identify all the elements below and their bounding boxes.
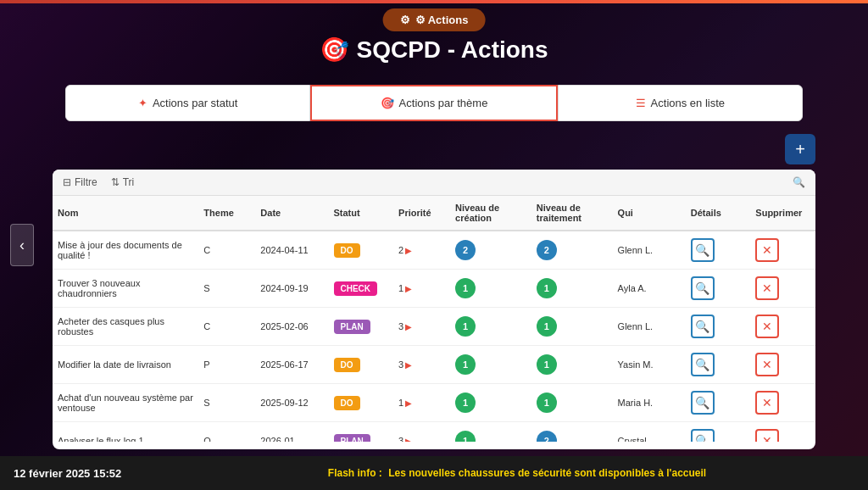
status-badge: PLAN: [334, 320, 370, 334]
cell-details: 🔍: [686, 422, 751, 443]
nav-buttons: ✦ Actions par statut 🎯 Actions par thème…: [65, 85, 803, 121]
nav-btn-liste[interactable]: ☰ Actions en liste: [558, 85, 803, 121]
priority-arrow: ▶: [405, 437, 412, 443]
cell-qui: Crystal: [613, 422, 686, 443]
cell-theme: P: [198, 346, 255, 384]
cell-priorite: 1▶: [393, 270, 450, 308]
delete-button[interactable]: ✕: [755, 353, 779, 376]
cell-niveau-creation: 1: [450, 384, 531, 422]
niveau-traitement-circle: 1: [537, 316, 557, 337]
cell-priorite: 3▶: [393, 346, 450, 384]
priority-arrow: ▶: [405, 246, 412, 255]
col-niveau-creation: Niveau decréation: [450, 196, 531, 231]
priority-arrow: ▶: [405, 398, 412, 408]
left-nav-arrow[interactable]: ‹: [10, 224, 34, 266]
cell-supprimer: ✕: [750, 384, 815, 422]
cell-statut: DO: [329, 346, 394, 384]
cell-qui: Glenn L.: [613, 308, 686, 346]
cell-supprimer: ✕: [750, 308, 815, 346]
status-badge: CHECK: [334, 281, 378, 296]
cell-statut: CHECK: [329, 270, 394, 308]
col-priorite: Priorité: [393, 196, 450, 231]
cell-priorite: 3▶: [393, 308, 450, 346]
cell-nom: Trouver 3 nouveaux chaudronniers: [53, 270, 198, 308]
nav-btn-theme-label: Actions par thème: [399, 97, 488, 109]
filter-button[interactable]: ⊟ Filtre: [63, 176, 97, 188]
cell-niveau-creation: 1: [450, 308, 531, 346]
cell-details: 🔍: [686, 308, 751, 346]
theme-icon: 🎯: [381, 97, 394, 109]
title-text: SQCPD - Actions: [356, 36, 548, 64]
top-bar: [0, 0, 868, 3]
cell-theme: S: [198, 270, 255, 308]
priority-value: 3▶: [398, 359, 445, 370]
col-supprimer: Supprimer: [750, 196, 815, 231]
actions-pill-label: ⚙ Actions: [415, 14, 469, 26]
flash-message: Les nouvelles chaussures de sécurité son…: [388, 467, 706, 479]
cell-nom: Analyser le flux log 1: [53, 422, 198, 443]
sort-icon: ⇅: [111, 176, 120, 188]
search-button[interactable]: 🔍: [793, 176, 805, 188]
cell-priorite: 1▶: [393, 384, 450, 422]
detail-button[interactable]: 🔍: [691, 276, 715, 300]
cell-priorite: 2▶: [393, 231, 450, 270]
table-container: ⊟ Filtre ⇅ Tri 🔍 Nom Theme Date Statut P…: [53, 170, 815, 449]
col-statut: Statut: [329, 196, 394, 231]
cell-niveau-traitement: 1: [531, 384, 613, 422]
col-niveau-traitement: Niveau detraitement: [531, 196, 613, 231]
cell-niveau-creation: 1: [450, 422, 531, 443]
filter-bar-left: ⊟ Filtre ⇅ Tri: [63, 176, 134, 188]
cell-details: 🔍: [686, 384, 751, 422]
cell-supprimer: ✕: [750, 422, 815, 443]
detail-button[interactable]: 🔍: [691, 315, 715, 338]
cell-theme: Q: [198, 422, 255, 443]
nav-btn-statut[interactable]: ✦ Actions par statut: [65, 85, 310, 121]
detail-button[interactable]: 🔍: [691, 238, 715, 262]
niveau-creation-circle: 1: [455, 278, 476, 298]
delete-button[interactable]: ✕: [755, 238, 779, 262]
priority-arrow: ▶: [405, 322, 412, 331]
cell-date: 2024-04-11: [255, 231, 328, 270]
priority-value: 3▶: [398, 436, 445, 442]
delete-button[interactable]: ✕: [755, 315, 779, 338]
cell-statut: DO: [329, 384, 394, 422]
cell-qui: Maria H.: [613, 384, 686, 422]
niveau-traitement-circle: 1: [537, 278, 557, 298]
cell-supprimer: ✕: [750, 270, 815, 308]
cell-niveau-traitement: 2: [531, 231, 613, 270]
cell-nom: Modifier la date de livraison: [53, 346, 198, 384]
niveau-traitement-circle: 2: [537, 431, 557, 442]
delete-button[interactable]: ✕: [755, 276, 779, 300]
niveau-traitement-circle: 1: [537, 393, 557, 413]
sort-button[interactable]: ⇅ Tri: [111, 176, 135, 188]
table-scroll: Nom Theme Date Statut Priorité Niveau de…: [53, 196, 815, 442]
detail-button[interactable]: 🔍: [691, 391, 715, 415]
cell-supprimer: ✕: [750, 231, 815, 270]
status-date: 12 février 2025 15:52: [14, 467, 183, 480]
filter-bar: ⊟ Filtre ⇅ Tri 🔍: [53, 170, 815, 196]
detail-button[interactable]: 🔍: [691, 353, 715, 376]
statut-icon: ✦: [138, 97, 147, 109]
priority-arrow: ▶: [405, 360, 412, 370]
cell-date: 2025-02-06: [255, 308, 328, 346]
priority-value: 1▶: [398, 283, 445, 293]
col-theme: Theme: [198, 196, 255, 231]
cell-details: 🔍: [686, 270, 751, 308]
delete-button[interactable]: ✕: [755, 429, 779, 442]
cell-priorite: 3▶: [393, 422, 450, 443]
niveau-traitement-circle: 1: [537, 354, 557, 375]
priority-arrow: ▶: [405, 284, 412, 293]
cell-theme: C: [198, 231, 255, 270]
priority-value: 2▶: [398, 245, 445, 255]
add-button[interactable]: +: [785, 134, 815, 164]
cell-niveau-traitement: 1: [531, 270, 613, 308]
col-nom: Nom: [53, 196, 198, 231]
delete-button[interactable]: ✕: [755, 391, 779, 415]
nav-btn-statut-label: Actions par statut: [153, 97, 237, 109]
flash-label: Flash info :: [328, 467, 382, 479]
cell-statut: DO: [329, 231, 394, 270]
table-row: Analyser le flux log 1 Q 2026-01- PLAN 3…: [53, 422, 815, 443]
detail-button[interactable]: 🔍: [691, 429, 715, 442]
nav-btn-theme[interactable]: 🎯 Actions par thème: [310, 85, 557, 121]
page-title: 🎯 SQCPD - Actions: [320, 36, 548, 64]
